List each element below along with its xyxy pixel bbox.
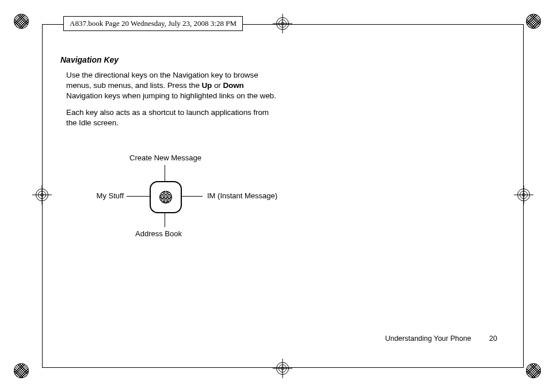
registration-mark-icon bbox=[276, 362, 289, 375]
section-heading: Navigation Key bbox=[60, 55, 279, 64]
leader-line bbox=[127, 196, 150, 197]
crop-roundel-icon bbox=[526, 363, 541, 378]
registration-mark-icon bbox=[517, 189, 530, 201]
crop-roundel-icon bbox=[14, 363, 29, 378]
text-run: or bbox=[212, 81, 223, 90]
diagram-label-left: My Stuff bbox=[92, 191, 124, 200]
diagram-label-up: Create New Message bbox=[129, 153, 201, 162]
diagram-label-down: Address Book bbox=[135, 229, 182, 238]
footer-page-number: 20 bbox=[489, 335, 497, 343]
registration-mark-icon bbox=[276, 17, 289, 30]
leader-line bbox=[165, 211, 165, 227]
diagram-label-right: IM (Instant Message) bbox=[207, 191, 277, 200]
registration-mark-icon bbox=[36, 189, 48, 201]
nav-key-center-icon bbox=[159, 191, 172, 203]
bold-up: Up bbox=[201, 81, 212, 90]
bold-down: Down bbox=[223, 81, 243, 90]
nav-key-icon bbox=[150, 181, 182, 213]
body-paragraph: Each key also acts as a shortcut to laun… bbox=[66, 107, 279, 128]
document-tag: A837.book Page 20 Wednesday, July 23, 20… bbox=[63, 16, 243, 31]
content-column: Navigation Key Use the directional keys … bbox=[60, 55, 279, 134]
text-run: Navigation keys when jumping to highligh… bbox=[66, 91, 276, 100]
crop-roundel-icon bbox=[14, 14, 29, 29]
crop-roundel-icon bbox=[526, 14, 541, 29]
leader-line bbox=[180, 196, 203, 197]
nav-key-diagram: Create New Message Address Book My Stuff… bbox=[69, 147, 265, 262]
leader-line bbox=[165, 165, 165, 181]
page-footer: Understanding Your Phone 20 bbox=[385, 335, 497, 343]
body-paragraph: Use the directional keys on the Navigati… bbox=[66, 70, 279, 102]
footer-chapter: Understanding Your Phone bbox=[385, 335, 471, 343]
